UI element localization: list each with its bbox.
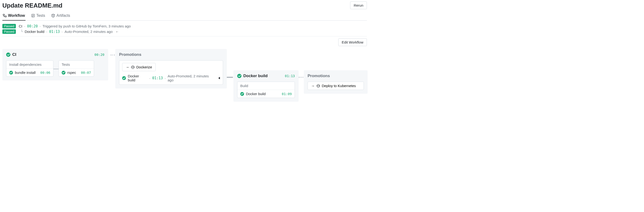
pipeline-card-promotions: Promotions → Dockerize Docker build · 01… — [115, 49, 227, 89]
triangle-left-icon[interactable] — [218, 77, 220, 79]
connector-solid-icon — [54, 69, 58, 69]
job-name: rspec — [67, 71, 79, 75]
tab-tests[interactable]: Tests — [31, 12, 46, 21]
promotion-status-line: Docker build · 01:13 · Auto-Promoted, 2 … — [122, 74, 220, 82]
edit-workflow-button[interactable]: Edit Workflow — [338, 38, 367, 46]
pipeline-name-docker[interactable]: Docker build — [24, 30, 44, 34]
tab-artifacts[interactable]: Artifacts — [51, 12, 71, 21]
job-name: Docker build — [246, 92, 280, 96]
pipeline-time-ci: 00:20 — [27, 24, 38, 28]
pipeline-note-docker: Auto-Promoted, 2 minutes ago — [64, 30, 112, 34]
job-bundle-install[interactable]: bundle install 00:06 — [6, 69, 53, 76]
block-install-dependencies[interactable]: Install dependencies bundle install 00:0… — [6, 60, 54, 77]
check-circle-icon — [62, 71, 66, 75]
job-rspec[interactable]: rspec 00:07 — [59, 69, 94, 76]
tree-prefix-icon: └ — [20, 30, 23, 34]
connector-dash-icon — [110, 55, 115, 55]
job-time: 00:07 — [81, 71, 91, 75]
pipeline-title-ci: CI — [12, 52, 16, 57]
pipeline-canvas: CI 00:20 Install dependencies bundle ins… — [2, 49, 367, 118]
summary: Passed CI · 00:20 · Triggered by push to… — [2, 24, 367, 34]
block-header: Build — [238, 82, 294, 90]
block-header: Install dependencies — [6, 61, 53, 69]
promote-deploy-kubernetes-button[interactable]: → Deploy to Kubernetes — [308, 82, 364, 90]
pipeline-name-ci[interactable]: CI — [19, 24, 22, 28]
pipeline-trigger-ci: Triggered by push to GitHub by TomFern, … — [42, 24, 131, 28]
arrow-right-icon: → — [311, 84, 315, 88]
arrow-left-icon[interactable]: ← — [116, 30, 119, 34]
svg-rect-1 — [5, 16, 6, 17]
tabs: Workflow Tests Artifacts — [2, 12, 367, 21]
globe-icon — [316, 84, 320, 88]
arrow-right-icon: → — [126, 65, 129, 69]
block-header: Tests — [59, 61, 94, 69]
promotion-name[interactable]: Docker build — [128, 74, 148, 82]
summary-row-ci: Passed CI · 00:20 · Triggered by push to… — [2, 24, 367, 29]
check-circle-icon — [240, 92, 244, 96]
promotions-title: Promotions — [308, 74, 330, 78]
promotions-title: Promotions — [119, 52, 141, 57]
pipeline-card-promotions-2: Promotions → Deploy to Kubernetes — [304, 70, 368, 94]
pipeline-time-docker: 01:13 — [285, 74, 295, 78]
check-circle-icon — [237, 74, 242, 78]
status-badge: Passed — [2, 24, 16, 28]
artifacts-icon — [51, 14, 55, 18]
tab-tests-label: Tests — [36, 14, 45, 18]
globe-icon — [131, 66, 134, 69]
promotion-note: Auto-Promoted, 2 minutes ago — [168, 74, 216, 82]
workflow-icon — [3, 14, 6, 18]
tab-workflow-label: Workflow — [8, 14, 25, 18]
promote-dockerize-button[interactable]: → Dockerize — [122, 63, 156, 71]
block-tests[interactable]: Tests rspec 00:07 — [58, 60, 94, 77]
job-docker-build[interactable]: Docker build 01:09 — [238, 90, 294, 98]
tests-icon — [31, 14, 35, 18]
pipeline-card-docker-build[interactable]: Docker build 01:13 Build Docker build 01… — [234, 70, 298, 102]
pipeline-time-docker: 01:13 — [49, 30, 60, 34]
job-time: 00:06 — [40, 71, 50, 75]
tab-workflow[interactable]: Workflow — [2, 12, 26, 21]
job-name: bundle install — [15, 71, 38, 75]
check-circle-icon — [9, 71, 13, 75]
svg-rect-0 — [3, 14, 4, 15]
check-circle-icon — [122, 76, 126, 80]
summary-row-docker: Passed └ Docker build · 01:13 · Auto-Pro… — [2, 29, 367, 34]
page-title: Update README.md — [2, 2, 62, 9]
check-circle-icon — [6, 53, 10, 57]
pipeline-time-ci: 00:20 — [94, 53, 104, 57]
job-time: 01:09 — [282, 92, 292, 96]
connector-dash-icon — [298, 77, 303, 78]
pipeline-card-ci[interactable]: CI 00:20 Install dependencies bundle ins… — [2, 49, 108, 80]
pipeline-title-docker: Docker build — [243, 74, 268, 78]
status-badge: Passed — [2, 29, 16, 34]
promotion-time: 01:13 — [152, 76, 163, 80]
tab-artifacts-label: Artifacts — [56, 14, 70, 18]
rerun-button[interactable]: Rerun — [350, 2, 367, 9]
block-build[interactable]: Build Docker build 01:09 — [237, 82, 295, 98]
promote-dockerize-label: Dockerize — [136, 65, 152, 69]
promote-deploy-kubernetes-label: Deploy to Kubernetes — [322, 84, 356, 88]
